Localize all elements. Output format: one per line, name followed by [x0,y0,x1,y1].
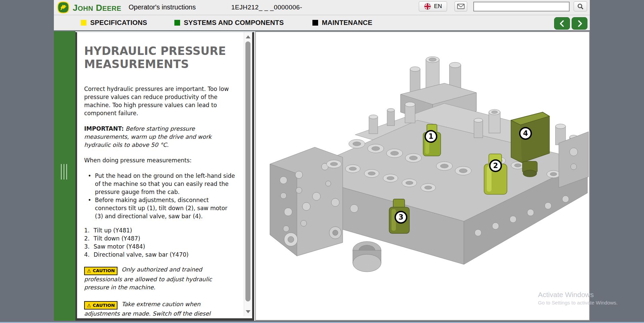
mail-button[interactable] [454,1,467,11]
list-item: 3.Saw motor (Y484) [84,243,236,251]
caution-badge: ⚠CAUTION [84,267,117,275]
illustration-panel: 1234 [255,31,590,321]
caution-note: ⚠CAUTION Only authorized and trained pro… [84,265,235,291]
vertical-scrollbar[interactable] [244,32,252,316]
instruction-text-panel: HYDRAULIC PRESSURE MEASUREMENTS Correct … [75,32,254,321]
yellow-square-marker [81,20,87,26]
serial-number: 1EJH212_ _ _0000006- [231,4,302,11]
list-item: 1.Tilt up (Y481) [84,226,236,234]
next-page-button[interactable] [572,17,587,30]
warning-triangle-icon: ⚠ [87,303,91,308]
language-label: EN [434,3,442,10]
list-intro: When doing pressure measurements: [84,156,230,164]
scrollbar-thumb[interactable] [245,41,250,301]
list-item: 4.Directional valve, saw bar (Y470) [84,251,236,259]
language-button[interactable]: EN [419,1,447,11]
page-title: Operator's instructions [129,3,196,11]
magnifier-icon [577,3,584,10]
scroll-up-arrow[interactable] [246,35,250,38]
intro-paragraph: Correct hydraulic pressures are importan… [84,85,230,117]
john-deere-logo-icon [57,1,70,13]
important-label: IMPORTANT: [84,125,124,132]
search-input[interactable] [473,2,570,11]
important-note: IMPORTANT: Before starting pressure meas… [84,125,230,149]
bullet-list: • Put the head on the ground on the left… [84,172,240,220]
header-bar: JOHN DEERE Operator's instructions 1EJH2… [54,0,590,15]
list-item: • Before making adjustments, disconnect … [84,196,236,220]
sidebar-strip [54,31,75,321]
list-item: 2.Tilt down (Y487) [84,234,236,243]
envelope-icon [457,3,465,10]
black-square-marker [312,20,318,26]
warning-triangle-icon: ⚠ [87,268,91,273]
numbered-legend-list: 1.Tilt up (Y481) 2.Tilt down (Y487) 3.Sa… [84,226,240,259]
green-square-marker [174,20,180,26]
caution-badge: ⚠CAUTION [84,301,117,310]
tab-maintenance[interactable]: MAINTENANCE [312,15,372,30]
scroll-down-arrow[interactable] [246,310,250,313]
search-button[interactable] [574,1,587,11]
panel-resize-handle[interactable] [61,164,69,180]
hydraulic-valve-block-illustration [256,32,589,320]
section-heading: HYDRAULIC PRESSURE MEASUREMENTS [84,44,236,71]
list-item: • Put the head on the ground on the left… [84,172,236,196]
caution-note: ⚠CAUTION Take extreme caution when adjus… [84,300,235,318]
uk-flag-icon [424,3,431,10]
previous-page-button[interactable] [554,17,570,30]
john-deere-wordmark: JOHN DEERE [73,3,121,13]
tab-systems-and-components[interactable]: SYSTEMS AND COMPONENTS [174,15,284,30]
chevron-left-icon [558,19,567,28]
chevron-right-icon [575,19,584,28]
content-area: HYDRAULIC PRESSURE MEASUREMENTS Correct … [54,31,590,321]
app-window: JOHN DEERE Operator's instructions 1EJH2… [0,0,644,323]
tab-specifications[interactable]: SPECIFICATIONS [81,15,147,30]
main-nav-bar: SPECIFICATIONS SYSTEMS AND COMPONENTS MA… [54,15,590,31]
